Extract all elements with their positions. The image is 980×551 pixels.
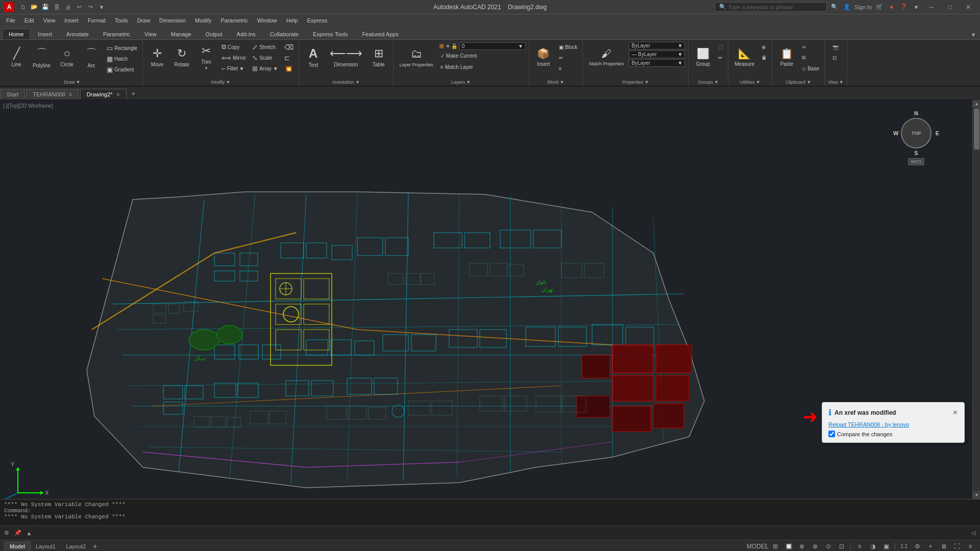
close-button[interactable]: ✕ — [961, 2, 976, 12]
calc-button[interactable]: 🖩 — [760, 53, 769, 63]
id-button[interactable]: ⊕ — [760, 42, 769, 52]
search-icon[interactable]: 🔍 — [830, 3, 839, 12]
copy-button[interactable]: ⧉ Copy — [219, 42, 248, 52]
tab-parametric[interactable]: Parametric — [96, 29, 137, 39]
layers-group-label[interactable]: Layers ▼ — [451, 80, 471, 85]
viewport[interactable]: [-][Top][2D Wireframe] — [0, 100, 980, 499]
qa-undo[interactable]: ↩ — [75, 3, 84, 12]
menu-draw[interactable]: Draw — [133, 16, 154, 24]
paste-button[interactable]: 📋 Paste — [775, 42, 798, 72]
app-icon[interactable]: A — [4, 2, 14, 12]
qa-print[interactable]: 🖨 — [63, 3, 72, 12]
lineweight-selector[interactable]: ByLayer▼ — [629, 59, 685, 67]
block-group-label[interactable]: Block ▼ — [548, 80, 565, 85]
compass-center[interactable]: TOP — [901, 118, 932, 148]
menu-help[interactable]: Help — [282, 16, 302, 24]
rectangle-button[interactable]: ▭ Rectangle — [105, 43, 139, 53]
fullscreen-button[interactable]: ⛶ — [951, 541, 963, 552]
line-button[interactable]: ╱ Line — [5, 42, 28, 72]
erase-button[interactable]: ⌫ — [282, 42, 296, 52]
gradient-button[interactable]: ▣ Gradient — [105, 64, 139, 74]
scroll-up-arrow[interactable]: ▲ — [973, 100, 980, 108]
ortho-button[interactable]: ⊕ — [796, 541, 807, 552]
status-tab-layout2[interactable]: Layout2 — [61, 542, 91, 550]
block-attrib-button[interactable]: ≡ — [557, 63, 579, 73]
ungroup-button[interactable]: ⬚ — [716, 42, 725, 52]
tab-add-ins[interactable]: Add-ins — [230, 29, 262, 39]
command-input-field[interactable] — [36, 530, 967, 536]
explode-button[interactable]: 💥 — [282, 63, 296, 73]
qa-redo[interactable]: ↪ — [86, 3, 95, 12]
compare-changes-checkbox[interactable] — [828, 431, 835, 437]
menu-format[interactable]: Format — [84, 16, 110, 24]
modify-group-label[interactable]: Modify ▼ — [211, 80, 230, 85]
notification-link[interactable]: Reload TEHRAN008 - by lenovo — [828, 421, 958, 428]
scale-button[interactable]: ⤡ Scale — [250, 53, 280, 63]
ribbon-dropdown[interactable]: ▼ — [969, 30, 978, 39]
annotate-scale-button[interactable]: + — [925, 541, 936, 552]
tab-tehran008[interactable]: TEHRAN008 ✕ — [26, 89, 79, 99]
menu-view[interactable]: View — [39, 16, 60, 24]
tab-drawing2[interactable]: Drawing2* ✕ — [80, 89, 127, 99]
view-controls-button[interactable]: 📷 — [830, 42, 841, 52]
qa-new[interactable]: 🗋 — [18, 3, 28, 12]
search-box[interactable]: 🔍 Type a keyword or phrase — [715, 2, 827, 12]
layer-properties-button[interactable]: 🗂 Layer Properties — [397, 42, 436, 72]
mirror-button[interactable]: ⟺ Mirror — [219, 53, 248, 63]
fillet-button[interactable]: ⌐ Fillet ▼ — [219, 63, 248, 73]
osnap-button[interactable]: ⊙ — [823, 541, 834, 552]
tab-add-button[interactable]: + — [128, 88, 140, 99]
menu-express[interactable]: Express — [303, 16, 331, 24]
customization-button[interactable]: ≡ — [965, 541, 976, 552]
triangle-icon[interactable]: 🔺 — [887, 3, 896, 12]
text-button[interactable]: A Text — [302, 42, 325, 72]
edit-block-button[interactable]: ✏ — [557, 53, 579, 63]
join-button[interactable]: ⊏ — [282, 53, 296, 63]
help-icon[interactable]: ❓ — [899, 3, 909, 12]
command-customize-button[interactable]: ⚙ — [2, 529, 11, 538]
stretch-button[interactable]: ⤢ Stretch — [250, 42, 280, 52]
tab-express-tools[interactable]: Express Tools — [306, 29, 354, 39]
scroll-thumb[interactable] — [974, 109, 979, 149]
menu-edit[interactable]: Edit — [20, 16, 38, 24]
match-properties-button[interactable]: 🖌 Match Properties — [586, 42, 627, 72]
menu-modify[interactable]: Modify — [191, 16, 215, 24]
move-button[interactable]: ✛ Move — [146, 42, 168, 72]
scroll-down-arrow[interactable]: ▼ — [973, 491, 980, 499]
tab-output[interactable]: Output — [199, 29, 229, 39]
rotate-button[interactable]: ↻ Rotate — [170, 42, 193, 72]
command-settings-button[interactable]: ▲ — [24, 529, 34, 538]
menu-dimension[interactable]: Dimension — [155, 16, 190, 24]
menu-tools[interactable]: Tools — [111, 16, 132, 24]
transparency-button[interactable]: ◑ — [867, 541, 878, 552]
store-icon[interactable]: 🛒 — [875, 3, 884, 12]
layer-selector[interactable]: 0 ▼ — [459, 42, 526, 50]
cut-button[interactable]: ✂ — [800, 42, 821, 52]
draw-group-label[interactable]: Draw ▼ — [64, 80, 81, 85]
chevron-down-icon[interactable]: ▼ — [912, 3, 921, 12]
insert-button[interactable]: 📦 Insert — [532, 42, 555, 72]
array-button[interactable]: ⊞ Array ▼ — [250, 63, 280, 73]
group-button[interactable]: ⬜ Group — [692, 42, 714, 72]
model-space-button[interactable]: MODEL — [752, 541, 763, 552]
sign-in-label[interactable]: Sign In — [854, 4, 872, 10]
block-button[interactable]: ▣ Block — [557, 42, 579, 52]
zoom-controls-button[interactable]: ⚙ — [912, 541, 923, 552]
polyline-button[interactable]: ⌒ Polyline — [30, 42, 54, 72]
selection-button[interactable]: ▣ — [880, 541, 892, 552]
tab-drawing2-close[interactable]: ✕ — [116, 92, 120, 97]
menu-parametric[interactable]: Parametric — [216, 16, 252, 24]
tab-insert[interactable]: Insert — [31, 29, 59, 39]
hatch-button[interactable]: ▦ Hatch — [105, 54, 139, 64]
group-edit-button[interactable]: ✏ — [716, 53, 725, 63]
command-expand-button[interactable]: ◁ — [969, 529, 978, 538]
notification-close-button[interactable]: ✕ — [952, 409, 958, 416]
color-selector[interactable]: ByLayer▼ — [629, 42, 685, 49]
workspace-button[interactable]: 🖥 — [938, 541, 949, 552]
tab-home[interactable]: Home — [2, 29, 30, 39]
grid-button[interactable]: ⊞ — [770, 541, 781, 552]
view-ribbon-group-label[interactable]: View ▼ — [828, 80, 844, 85]
arc-button[interactable]: ⌒ Arc — [80, 42, 103, 72]
polar-button[interactable]: ⊗ — [810, 541, 821, 552]
tab-view[interactable]: View — [138, 29, 163, 39]
